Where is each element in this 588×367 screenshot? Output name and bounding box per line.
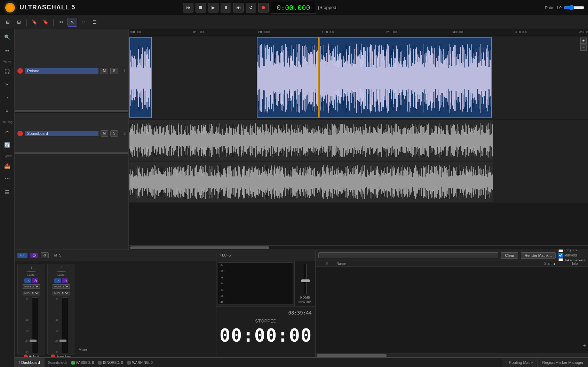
marker-scrollbar-thumb[interactable] [317, 354, 387, 357]
sidebar-icon-headphones[interactable]: 🎧 [2, 66, 13, 76]
master-fader-value: 0.00dB [300, 296, 310, 299]
sidebar-icon-export-3[interactable]: ☰ [2, 187, 13, 197]
track-solo-soundboard[interactable]: S [110, 130, 118, 137]
bottom-area: FX ⏻ ⚙ M S 1 center FX ⏻ [15, 250, 588, 357]
channel-routing-select-2[interactable]: Front Le▼ [53, 284, 70, 289]
envelope-tool-button[interactable]: ◇ [79, 18, 88, 27]
timeline-container: 0:00.000 0:30.000 1:00.000 1:30.000 2:00… [129, 29, 588, 250]
track-resize-soundboard[interactable] [15, 152, 128, 154]
bookmark-button-2[interactable]: 🔖 [41, 18, 50, 27]
tab-dashboard[interactable]: ! Dashboard [15, 358, 45, 367]
clock-time: 00:00:00 [220, 325, 312, 346]
skip-back-button[interactable]: ⏮ [183, 3, 193, 13]
channel-midi-select-1[interactable]: MIDI: All▼ [23, 291, 40, 295]
rate-slider[interactable] [564, 5, 585, 10]
track-area: Roland M S 1 Soundboard M S 2 [15, 29, 588, 367]
track-resize-roland[interactable] [15, 110, 128, 112]
lufs-val-7: -42- [220, 301, 291, 304]
waveform-clip-roland-3[interactable] [319, 37, 492, 118]
sidebar-icon-cycle[interactable]: 🔄 [2, 140, 13, 150]
grid-view-button-2[interactable]: ⊟ [14, 18, 24, 27]
fader-track-2[interactable] [62, 297, 68, 353]
master-fader-track[interactable] [304, 264, 307, 294]
fader-track-1[interactable] [32, 297, 38, 353]
marker-scrollbar[interactable] [316, 353, 588, 357]
track-name-soundboard[interactable]: Soundboard [25, 131, 98, 136]
record-button[interactable]: ⏺ [258, 3, 269, 13]
skip-forward-button[interactable]: ⏭ [233, 3, 244, 13]
channel-footer-2: Soundboar [51, 354, 72, 357]
waveform-clip-roland-2[interactable] [257, 37, 319, 118]
sidebar-icon-scissors[interactable]: ✂ [2, 127, 13, 137]
channel-power-1[interactable]: ⏻ [32, 278, 38, 283]
rate-value: 1.0 [556, 6, 562, 10]
master-fader-thumb[interactable] [301, 279, 310, 282]
track-record-roland[interactable] [17, 68, 23, 74]
track-lane-soundboard-1[interactable] [129, 120, 588, 161]
pause-button[interactable]: ⏸ [221, 3, 231, 13]
marker-col-start-header[interactable]: Start ▲ [544, 262, 572, 266]
sidebar-icon-mic[interactable]: 🎙 [2, 106, 13, 116]
add-track-button[interactable]: + [583, 342, 587, 350]
sidebar-icon-export-1[interactable]: 📤 [2, 161, 13, 171]
zoom-in-button[interactable]: + [580, 38, 587, 44]
channel-routing-select-1[interactable]: Front Le▼ [23, 284, 40, 289]
loop-button[interactable]: ↺ [246, 3, 256, 13]
sidebar-label-routing: Routing [2, 120, 13, 124]
markers-checkbox[interactable] [558, 253, 563, 258]
sidebar-icon-export-2[interactable]: 〰 [2, 174, 13, 184]
track-number-soundboard: 2 [120, 131, 126, 136]
fader-thumb-2[interactable] [59, 340, 66, 342]
marker-col-info-header[interactable]: Info [572, 262, 586, 266]
marker-clear-button[interactable]: Clear [501, 252, 518, 259]
channel-knob-2[interactable] [56, 271, 66, 272]
track-mute-soundboard[interactable]: M [101, 130, 108, 137]
sidebar-icon-cut[interactable]: ✂ [2, 79, 13, 90]
channel-midi-select-2[interactable]: MIDI: All▼ [53, 291, 70, 295]
track-solo-roland[interactable]: S [110, 68, 118, 74]
scrollbar-thumb[interactable] [130, 246, 269, 249]
grid-view-button[interactable]: ⊞ [3, 18, 13, 27]
zoom-out-button[interactable]: − [580, 44, 587, 51]
sidebar-icon-search[interactable]: 🔍 [2, 32, 13, 42]
fader-thumb-1[interactable] [30, 340, 37, 342]
track-lane-roland[interactable] [129, 36, 588, 120]
waveform-clip-roland-1[interactable] [129, 37, 152, 118]
mixer-settings-button[interactable]: ⚙ [41, 252, 49, 258]
markers-label: Markers [564, 253, 577, 257]
channel-fx-button-2[interactable]: FX [54, 278, 61, 283]
select-tool-button[interactable]: ↖ [67, 18, 77, 27]
track-empty-space [15, 154, 128, 250]
marker-panel: Clear Render Matrix... Regions Markers [316, 250, 588, 357]
channel-knob-1[interactable] [26, 271, 36, 272]
split-tool-button[interactable]: ✂ [56, 18, 66, 27]
channel-record-dot-1[interactable] [24, 354, 28, 357]
play-button[interactable]: ▶ [208, 3, 218, 13]
mixer-power-button[interactable]: ⏻ [30, 253, 38, 258]
marker-list[interactable] [316, 267, 588, 353]
marker-col-name-header[interactable]: Name [336, 262, 544, 266]
mixer-fx-button[interactable]: FX [17, 253, 27, 258]
track-mute-roland[interactable]: M [101, 68, 108, 74]
stop-button[interactable]: ⏹ [196, 3, 206, 13]
tab-region-marker[interactable]: Region/Marker Manager [538, 358, 588, 367]
channel-fx-button-1[interactable]: FX [24, 278, 31, 283]
waveform-area[interactable]: + − [129, 36, 588, 245]
channel-record-dot-2[interactable] [51, 354, 55, 357]
marker-search-input[interactable] [318, 252, 498, 258]
sidebar-icon-music[interactable]: ♪ [2, 92, 13, 103]
tab-routing-matrix[interactable]: ! Routing Matrix [502, 358, 538, 367]
marker-col-hash-header[interactable]: # [326, 262, 336, 266]
track-name-roland[interactable]: Roland [25, 68, 98, 74]
sidebar-icon-navigate[interactable]: ●● [2, 45, 13, 56]
menu-tool-button[interactable]: ☰ [90, 18, 100, 27]
channel-power-2[interactable]: ⏻ [62, 278, 68, 283]
mixer-label-area: Mixer [77, 264, 87, 354]
bookmark-button-1[interactable]: 🔖 [30, 18, 39, 27]
mixer-label: Mixer [79, 348, 87, 352]
marker-render-button[interactable]: Render Matrix... [521, 252, 556, 259]
fader-inner-1: -inf-6-18-30-42-54 [24, 297, 38, 353]
timeline-scrollbar[interactable] [129, 245, 588, 250]
track-lane-soundboard-2[interactable] [129, 161, 588, 203]
track-record-soundboard[interactable] [17, 131, 23, 136]
